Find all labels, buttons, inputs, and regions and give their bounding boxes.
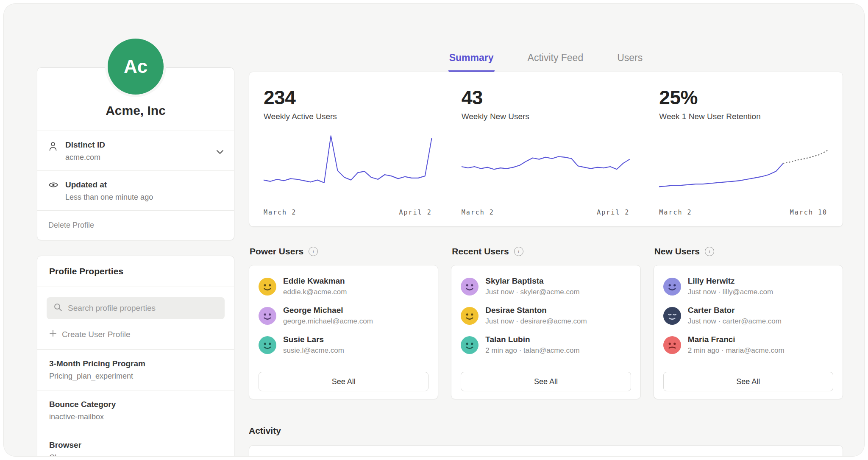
user-list-item[interactable]: Skylar Baptista Just now · skyler@acme.c… (461, 276, 631, 296)
activity-stat: 940 (447, 446, 645, 457)
week1-retention-chart (659, 131, 827, 203)
eye-icon (48, 181, 58, 190)
user-meta: 2 min ago · talan@acme.com (485, 346, 579, 355)
user-list-item[interactable]: Susie Lars susie.l@acme.com (259, 335, 428, 355)
power-users-header: Power Users i (250, 246, 437, 256)
info-icon[interactable]: i (514, 247, 523, 256)
user-name: Maria Franci (688, 335, 785, 344)
stat-weekly-active-users: 234 Weekly Active Users March 2 April 2 (249, 72, 447, 226)
x-axis-labels: March 2 April 2 (462, 209, 630, 216)
user-avatar (259, 307, 276, 325)
search-box[interactable] (47, 297, 225, 319)
user-meta: Just now · lilly@acme.com (688, 288, 773, 296)
user-list-item[interactable]: George Michael george.michael@acme.com (259, 306, 428, 326)
info-icon[interactable]: i (309, 247, 318, 256)
stat-value: 43 (462, 87, 630, 108)
profile-properties-title: Profile Properties (37, 256, 234, 287)
property-name: Bounce Category (49, 400, 222, 409)
user-name: Talan Lubin (485, 335, 579, 344)
user-meta: Just now · carter@acme.com (688, 317, 782, 326)
stat-label: Weekly New Users (462, 112, 630, 121)
create-user-profile-button[interactable]: Create User Profile (49, 329, 222, 339)
info-icon[interactable]: i (705, 247, 714, 256)
user-meta: eddie.k@acme.com (283, 288, 347, 296)
x-tick: March 2 (659, 209, 692, 216)
user-list-item[interactable]: Desirae Stanton Just now · desirare@acme… (461, 306, 631, 326)
recent-users-header: Recent Users i (452, 246, 640, 256)
x-tick: March 2 (264, 209, 296, 216)
user-name: Lilly Herwitz (688, 276, 773, 286)
user-name: Skylar Baptista (485, 276, 579, 286)
user-avatar (461, 278, 479, 296)
weekly-active-users-chart (264, 131, 432, 203)
company-avatar: Ac (108, 39, 164, 95)
user-name: Desirae Stanton (485, 306, 587, 315)
search-profile-properties-input[interactable] (68, 304, 218, 313)
field-distinct-id[interactable]: Distinct ID acme.com (37, 131, 234, 170)
app-frame: Ac Acme, Inc Distinct ID acme.com (3, 3, 865, 457)
profile-sidebar: Ac Acme, Inc Distinct ID acme.com (37, 4, 234, 457)
user-list-item[interactable]: Carter Bator Just now · carter@acme.com (663, 306, 833, 326)
user-avatar (259, 278, 276, 296)
activity-stat: 3.4k (645, 446, 843, 457)
plus-icon (49, 329, 57, 339)
see-all-button[interactable]: See All (461, 372, 631, 391)
summary-stats-card: 234 Weekly Active Users March 2 April 2 … (249, 72, 843, 227)
profile-properties-card: Profile Properties Create User Profile 3… (37, 256, 234, 457)
see-all-button[interactable]: See All (663, 372, 833, 391)
tab-bar: Summary Activity Feed Users (249, 50, 843, 72)
user-list-item[interactable]: Talan Lubin 2 min ago · talan@acme.com (461, 335, 631, 355)
stat-value: 25% (659, 87, 827, 108)
stat-week1-retention: 25% Week 1 New User Retention March 2 Ma… (645, 72, 843, 226)
tab-summary[interactable]: Summary (448, 50, 495, 72)
user-name: Eddie Kwakman (283, 276, 347, 286)
x-tick: March 2 (462, 209, 494, 216)
power-users-column: Power Users i Eddie Kwakman eddie.k@acme… (249, 246, 438, 399)
tab-activity-feed[interactable]: Activity Feed (527, 50, 584, 72)
user-list-item[interactable]: Eddie Kwakman eddie.k@acme.com (259, 276, 428, 296)
activity-stat: 234 (249, 446, 447, 457)
new-users-column: New Users i Lilly Herwitz Just now · lil… (654, 246, 843, 399)
user-avatar (663, 336, 681, 354)
user-avatar (259, 336, 276, 354)
create-user-profile-label: Create User Profile (62, 330, 131, 339)
user-avatar (461, 307, 479, 325)
x-axis-labels: March 2 April 2 (264, 209, 432, 216)
property-row[interactable]: Bounce Category inactive-mailbox (37, 390, 234, 431)
delete-profile-button[interactable]: Delete Profile (48, 221, 94, 229)
activity-section-title: Activity (249, 426, 843, 436)
new-users-header: New Users i (654, 246, 842, 256)
delete-profile-row: Delete Profile (37, 210, 234, 240)
user-avatar (461, 336, 479, 354)
search-icon (53, 303, 63, 314)
list-title: Recent Users (452, 246, 509, 256)
user-name: Susie Lars (283, 335, 344, 344)
see-all-button[interactable]: See All (259, 372, 428, 391)
property-row[interactable]: Browser Chrome (37, 431, 234, 457)
list-title: New Users (654, 246, 700, 256)
property-value: Chrome (49, 453, 222, 457)
user-name: Carter Bator (688, 306, 782, 315)
user-lists-section: Power Users i Eddie Kwakman eddie.k@acme… (249, 246, 843, 399)
user-meta: 2 min ago · maria@acme.com (688, 346, 785, 355)
stat-label: Weekly Active Users (264, 112, 432, 121)
field-label: Updated at (65, 180, 153, 190)
x-tick: April 2 (597, 209, 629, 216)
user-list-item[interactable]: Lilly Herwitz Just now · lilly@acme.com (663, 276, 833, 296)
tab-users[interactable]: Users (616, 50, 643, 72)
user-name: George Michael (283, 306, 373, 315)
person-icon (48, 141, 58, 153)
recent-users-card: Skylar Baptista Just now · skyler@acme.c… (451, 265, 640, 399)
user-list-item[interactable]: Maria Franci 2 min ago · maria@acme.com (663, 335, 833, 355)
property-row[interactable]: 3-Month Pricing Program Pricing_plan_exp… (37, 349, 234, 390)
chevron-down-icon[interactable] (216, 149, 224, 156)
user-meta: Just now · desirare@acme.com (485, 317, 587, 326)
power-users-card: Eddie Kwakman eddie.k@acme.com George Mi… (249, 265, 438, 399)
activity-stats-card: 234 940 3.4k (249, 445, 843, 457)
new-users-card: Lilly Herwitz Just now · lilly@acme.com … (654, 265, 843, 399)
property-name: Browser (49, 440, 222, 450)
field-label: Distinct ID (65, 140, 105, 150)
stat-value: 234 (264, 87, 432, 108)
x-tick: March 10 (790, 209, 827, 216)
field-value: acme.com (65, 153, 105, 162)
